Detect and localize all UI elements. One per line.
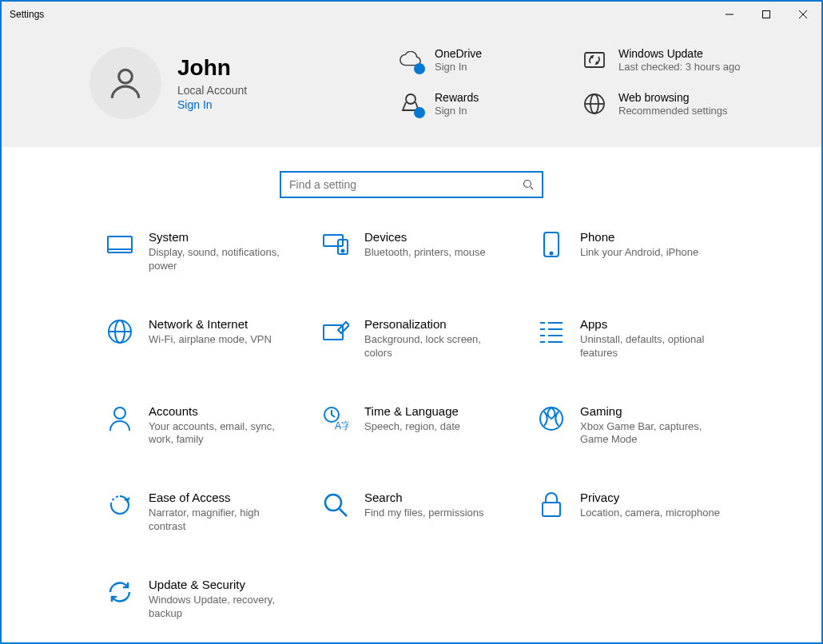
status-sub: Last checked: 3 hours ago bbox=[618, 61, 741, 73]
category-accounts[interactable]: Accounts Your accounts, email, sync, wor… bbox=[105, 404, 321, 447]
apps-icon bbox=[537, 317, 566, 346]
personalization-icon bbox=[321, 317, 350, 346]
category-gaming[interactable]: Gaming Xbox Game Bar, captures, Game Mod… bbox=[537, 404, 753, 447]
status-sub: Sign In bbox=[435, 105, 479, 117]
privacy-icon bbox=[537, 491, 566, 519]
category-title: Devices bbox=[364, 230, 486, 244]
category-phone[interactable]: Phone Link your Android, iPhone bbox=[537, 230, 753, 273]
account-type: Local Account bbox=[177, 84, 247, 97]
svg-point-16 bbox=[342, 250, 344, 252]
search-wrap bbox=[2, 147, 821, 222]
category-personalization[interactable]: Personalization Background, lock screen,… bbox=[321, 317, 537, 360]
category-desc: Background, lock screen, colors bbox=[364, 333, 508, 360]
gaming-icon bbox=[537, 404, 566, 433]
window-controls bbox=[711, 2, 821, 27]
status-title: Windows Update bbox=[618, 47, 741, 60]
search-cat-icon bbox=[321, 491, 350, 519]
cloud-icon bbox=[398, 47, 423, 73]
user-name: John bbox=[177, 55, 247, 81]
svg-point-35 bbox=[325, 495, 341, 511]
category-desc: Wi-Fi, airplane mode, VPN bbox=[149, 333, 272, 347]
category-title: Update & Security bbox=[149, 578, 292, 591]
category-title: Search bbox=[364, 491, 484, 504]
svg-point-10 bbox=[524, 181, 531, 188]
avatar bbox=[89, 47, 161, 119]
category-desc: Link your Android, iPhone bbox=[580, 246, 698, 260]
category-title: Ease of Access bbox=[149, 491, 292, 504]
category-desc: Find my files, permissions bbox=[364, 507, 484, 520]
user-block: John Local Account Sign In bbox=[89, 47, 329, 119]
titlebar: Settings bbox=[2, 2, 821, 27]
status-web-browsing[interactable]: Web browsing Recommended settings bbox=[582, 91, 741, 119]
category-title: Apps bbox=[580, 317, 724, 331]
svg-rect-37 bbox=[543, 503, 560, 516]
category-desc: Location, camera, microphone bbox=[580, 507, 720, 520]
category-title: Privacy bbox=[580, 491, 720, 504]
svg-rect-5 bbox=[585, 53, 604, 67]
category-desc: Xbox Game Bar, captures, Game Mode bbox=[580, 420, 724, 447]
category-desc: Narrator, magnifier, high contrast bbox=[149, 507, 292, 534]
search-input[interactable] bbox=[289, 178, 523, 191]
status-rewards[interactable]: Rewards Sign In bbox=[398, 91, 558, 119]
maximize-button[interactable] bbox=[748, 2, 785, 27]
category-title: Personalization bbox=[364, 317, 508, 331]
status-windows-update[interactable]: Windows Update Last checked: 3 hours ago bbox=[582, 47, 741, 75]
category-privacy[interactable]: Privacy Location, camera, microphone bbox=[537, 491, 753, 534]
category-title: System bbox=[149, 230, 292, 244]
category-desc: Bluetooth, printers, mouse bbox=[364, 246, 486, 260]
ease-of-access-icon bbox=[105, 491, 134, 519]
category-apps[interactable]: Apps Uninstall, defaults, optional featu… bbox=[537, 317, 753, 360]
svg-rect-1 bbox=[763, 11, 770, 18]
globe-icon bbox=[582, 91, 607, 117]
status-title: Web browsing bbox=[618, 91, 728, 104]
devices-icon bbox=[321, 230, 350, 259]
phone-icon bbox=[537, 230, 566, 259]
search-box[interactable] bbox=[280, 171, 543, 198]
category-title: Network & Internet bbox=[149, 317, 272, 331]
minimize-button[interactable] bbox=[711, 2, 748, 27]
update-icon bbox=[582, 47, 607, 73]
category-network[interactable]: Network & Internet Wi-Fi, airplane mode,… bbox=[105, 317, 321, 360]
search-icon bbox=[523, 179, 534, 190]
category-desc: Speech, region, date bbox=[364, 420, 460, 434]
category-desc: Display, sound, notifications, power bbox=[149, 246, 292, 273]
signin-link[interactable]: Sign In bbox=[177, 98, 247, 111]
category-desc: Uninstall, defaults, optional features bbox=[580, 333, 724, 360]
category-system[interactable]: System Display, sound, notifications, po… bbox=[105, 230, 321, 273]
status-title: Rewards bbox=[435, 91, 479, 104]
svg-line-36 bbox=[340, 509, 347, 516]
category-ease-of-access[interactable]: Ease of Access Narrator, magnifier, high… bbox=[105, 491, 321, 534]
svg-text:A字: A字 bbox=[335, 420, 349, 431]
category-title: Gaming bbox=[580, 404, 724, 418]
update-security-icon bbox=[105, 578, 134, 606]
svg-point-18 bbox=[551, 252, 553, 255]
header: John Local Account Sign In OneDrive Sign… bbox=[2, 27, 821, 147]
status-sub: Recommended settings bbox=[618, 105, 728, 117]
category-devices[interactable]: Devices Bluetooth, printers, mouse bbox=[321, 230, 537, 273]
close-button[interactable] bbox=[785, 2, 821, 27]
time-language-icon: A字 bbox=[321, 404, 350, 433]
system-icon bbox=[105, 230, 134, 259]
svg-point-4 bbox=[119, 70, 133, 83]
network-icon bbox=[105, 317, 134, 346]
categories: System Display, sound, notifications, po… bbox=[2, 222, 821, 644]
svg-line-11 bbox=[531, 187, 533, 189]
window-title: Settings bbox=[10, 9, 44, 20]
category-search[interactable]: Search Find my files, permissions bbox=[321, 491, 537, 534]
status-sub: Sign In bbox=[435, 61, 482, 73]
svg-point-31 bbox=[114, 407, 125, 419]
category-update-security[interactable]: Update & Security Windows Update, recove… bbox=[105, 578, 321, 621]
category-title: Phone bbox=[580, 230, 698, 244]
accounts-icon bbox=[105, 404, 134, 433]
category-desc: Windows Update, recovery, backup bbox=[149, 594, 292, 621]
category-desc: Your accounts, email, sync, work, family bbox=[149, 420, 292, 447]
status-onedrive[interactable]: OneDrive Sign In bbox=[398, 47, 558, 75]
category-title: Time & Language bbox=[364, 404, 460, 418]
category-time-language[interactable]: A字 Time & Language Speech, region, date bbox=[321, 404, 537, 447]
status-title: OneDrive bbox=[435, 47, 482, 60]
svg-point-6 bbox=[406, 94, 415, 104]
category-title: Accounts bbox=[149, 404, 292, 418]
status-grid: OneDrive Sign In Windows Update Last che… bbox=[398, 47, 741, 119]
rewards-icon bbox=[398, 91, 423, 117]
